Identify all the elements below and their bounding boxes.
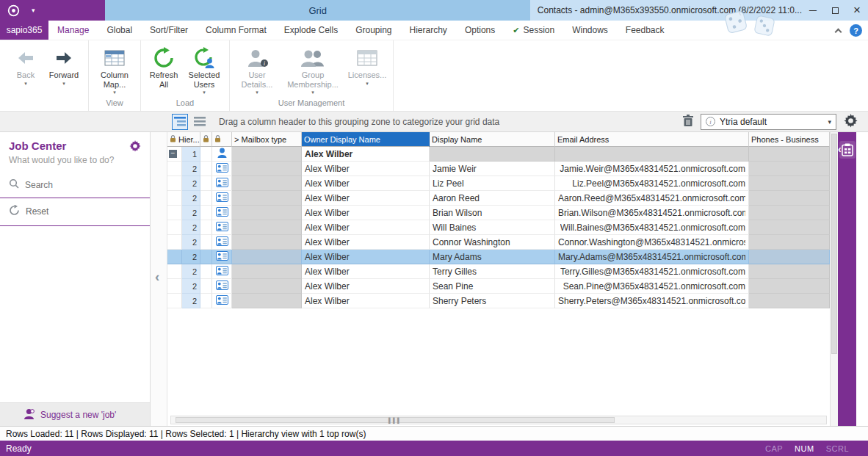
phones-cell[interactable] bbox=[749, 294, 830, 308]
phones-cell[interactable] bbox=[749, 176, 830, 191]
grid-template-dropdown[interactable]: i Ytria default ▾ bbox=[701, 114, 836, 130]
document-tab-grid[interactable]: Grid bbox=[105, 0, 529, 21]
mailbox-type-cell[interactable] bbox=[232, 162, 302, 176]
row-number-cell[interactable]: 2 bbox=[182, 220, 200, 235]
reset-button[interactable]: Reset bbox=[0, 198, 150, 226]
back-button[interactable]: Back ▾ bbox=[9, 43, 43, 87]
display-name-cell[interactable]: Jamie Weir bbox=[430, 162, 555, 176]
phones-cell[interactable] bbox=[749, 162, 830, 176]
display-name-cell[interactable]: Sean Pine bbox=[430, 279, 555, 294]
job-center-gear-icon[interactable] bbox=[129, 140, 141, 152]
tab-manage[interactable]: Manage bbox=[48, 21, 98, 40]
phones-cell[interactable] bbox=[749, 147, 830, 162]
maximize-button[interactable] bbox=[824, 0, 846, 21]
table-row[interactable]: 2 Alex Wilber Jamie Weir Jamie.Weir@M365… bbox=[167, 162, 830, 176]
table-row[interactable]: 2 Alex Wilber Mary Adams Mary.Adams@M365… bbox=[167, 250, 830, 264]
flat-view-toggle[interactable] bbox=[192, 114, 208, 130]
row-number-cell[interactable]: 2 bbox=[182, 294, 200, 308]
tab-global[interactable]: Global bbox=[98, 21, 141, 40]
email-cell[interactable]: Connor.Washington@M365x48314521.onmicros… bbox=[555, 235, 749, 250]
tab-windows[interactable]: Windows bbox=[563, 21, 617, 40]
row-number-cell[interactable]: 2 bbox=[182, 250, 200, 264]
phones-cell[interactable] bbox=[749, 220, 830, 235]
user-details-button[interactable]: i User Details... ▾ bbox=[234, 43, 280, 95]
row-number-cell[interactable]: 2 bbox=[182, 235, 200, 250]
tab-feedback[interactable]: Feedback bbox=[617, 21, 673, 40]
owner-cell[interactable]: Alex Wilber bbox=[302, 147, 430, 162]
owner-cell[interactable]: Alex Wilber bbox=[302, 264, 430, 279]
mailbox-type-cell[interactable] bbox=[232, 264, 302, 279]
email-cell[interactable]: Liz.Peel@M365x48314521.onmicrosoft.com bbox=[555, 176, 749, 191]
vertical-scrollbar-thumb[interactable] bbox=[831, 134, 837, 354]
hierarchy-view-toggle[interactable] bbox=[172, 114, 188, 130]
row-number-cell[interactable]: 2 bbox=[182, 162, 200, 176]
email-cell[interactable]: Mary.Adams@M365x48314521.onmicrosoft.com bbox=[555, 250, 749, 264]
column-header-hierarchy[interactable]: Hier... bbox=[167, 132, 200, 147]
mailbox-type-cell[interactable] bbox=[232, 206, 302, 220]
phones-cell[interactable] bbox=[749, 250, 830, 264]
row-number-cell[interactable]: 2 bbox=[182, 176, 200, 191]
owner-cell[interactable]: Alex Wilber bbox=[302, 176, 430, 191]
table-row[interactable]: 2 Alex Wilber Brian Wilson Brian.Wilson@… bbox=[167, 206, 830, 220]
column-header-display-name[interactable]: Display Name bbox=[430, 132, 555, 147]
phones-cell[interactable] bbox=[749, 235, 830, 250]
owner-cell[interactable]: Alex Wilber bbox=[302, 235, 430, 250]
owner-cell[interactable]: Alex Wilber bbox=[302, 206, 430, 220]
phones-cell[interactable] bbox=[749, 279, 830, 294]
email-cell[interactable]: Jamie.Weir@M365x48314521.onmicrosoft.com bbox=[555, 162, 749, 176]
chevron-down-icon[interactable]: ▾ bbox=[32, 7, 35, 14]
table-row[interactable]: 2 Alex Wilber Connor Washington Connor.W… bbox=[167, 235, 830, 250]
email-cell[interactable]: Sherry.Peters@M365x48314521.onmicrosoft.… bbox=[555, 294, 749, 308]
phones-cell[interactable] bbox=[749, 206, 830, 220]
tab-grouping[interactable]: Grouping bbox=[347, 21, 400, 40]
display-name-cell[interactable]: Aaron Reed bbox=[430, 191, 555, 206]
mailbox-type-cell[interactable] bbox=[232, 294, 302, 308]
table-row[interactable]: 2 Alex Wilber Will Baines Will.Baines@M3… bbox=[167, 220, 830, 235]
display-name-cell[interactable]: Connor Washington bbox=[430, 235, 555, 250]
display-name-cell[interactable]: Liz Peel bbox=[430, 176, 555, 191]
owner-cell[interactable]: Alex Wilber bbox=[302, 250, 430, 264]
table-row[interactable]: 2 Alex Wilber Terry Gilles Terry.Gilles@… bbox=[167, 264, 830, 279]
mailbox-type-cell[interactable] bbox=[232, 279, 302, 294]
template-clipboard-button[interactable] bbox=[839, 141, 856, 159]
column-header-owner-display-name[interactable]: Owner Display Name bbox=[302, 132, 430, 147]
tab-sort-filter[interactable]: Sort/Filter bbox=[141, 21, 197, 40]
owner-cell[interactable]: Alex Wilber bbox=[302, 279, 430, 294]
collapse-sidebar-icon[interactable]: ‹ bbox=[155, 269, 159, 285]
licenses-button[interactable]: Licenses... ▾ bbox=[346, 43, 388, 87]
display-name-cell[interactable]: Mary Adams bbox=[430, 250, 555, 264]
group-membership-button[interactable]: Group Membership... ▾ bbox=[281, 43, 344, 95]
group-header-row[interactable]: − 1 Alex Wilber bbox=[167, 147, 830, 162]
row-number-cell[interactable]: 2 bbox=[182, 279, 200, 294]
column-header-email-address[interactable]: Email Address bbox=[555, 132, 749, 147]
display-name-cell[interactable]: Will Baines bbox=[430, 220, 555, 235]
display-name-cell[interactable]: Sherry Peters bbox=[430, 294, 555, 308]
table-row[interactable]: 2 Alex Wilber Liz Peel Liz.Peel@M365x483… bbox=[167, 176, 830, 191]
column-header-lock-b[interactable] bbox=[212, 132, 232, 147]
suggest-job-button[interactable]: Suggest a new 'job' bbox=[0, 402, 150, 426]
mailbox-type-cell[interactable] bbox=[232, 147, 302, 162]
mailbox-type-cell[interactable] bbox=[232, 176, 302, 191]
mailbox-type-cell[interactable] bbox=[232, 191, 302, 206]
display-name-cell[interactable]: Brian Wilson bbox=[430, 206, 555, 220]
phones-cell[interactable] bbox=[749, 264, 830, 279]
collapse-ribbon-icon[interactable] bbox=[835, 29, 842, 36]
help-icon[interactable]: ? bbox=[850, 24, 862, 37]
refresh-all-button[interactable]: Refresh All bbox=[145, 43, 182, 89]
collapse-group-button[interactable]: − bbox=[169, 150, 177, 158]
minimize-button[interactable]: ─ bbox=[802, 0, 824, 21]
tab-session[interactable]: ✔Session bbox=[504, 21, 563, 40]
table-row[interactable]: 2 Alex Wilber Sherry Peters Sherry.Peter… bbox=[167, 294, 830, 308]
tab-sapio365[interactable]: sapio365 bbox=[0, 21, 48, 40]
email-cell[interactable]: Terry.Gilles@M365x48314521.onmicrosoft.c… bbox=[555, 264, 749, 279]
email-cell[interactable] bbox=[555, 147, 749, 162]
row-number-cell[interactable]: 2 bbox=[182, 206, 200, 220]
horizontal-scrollbar[interactable]: ▌▌▌ bbox=[170, 416, 827, 424]
email-cell[interactable]: Aaron.Reed@M365x48314521.onmicrosoft.com bbox=[555, 191, 749, 206]
row-number-cell[interactable]: 1 bbox=[182, 147, 200, 162]
owner-cell[interactable]: Alex Wilber bbox=[302, 191, 430, 206]
column-header-lock-a[interactable] bbox=[200, 132, 212, 147]
column-header-mailbox-type[interactable]: > Mailbox type bbox=[232, 132, 302, 147]
job-center-search[interactable] bbox=[0, 174, 150, 198]
tab-explode-cells[interactable]: Explode Cells bbox=[275, 21, 347, 40]
